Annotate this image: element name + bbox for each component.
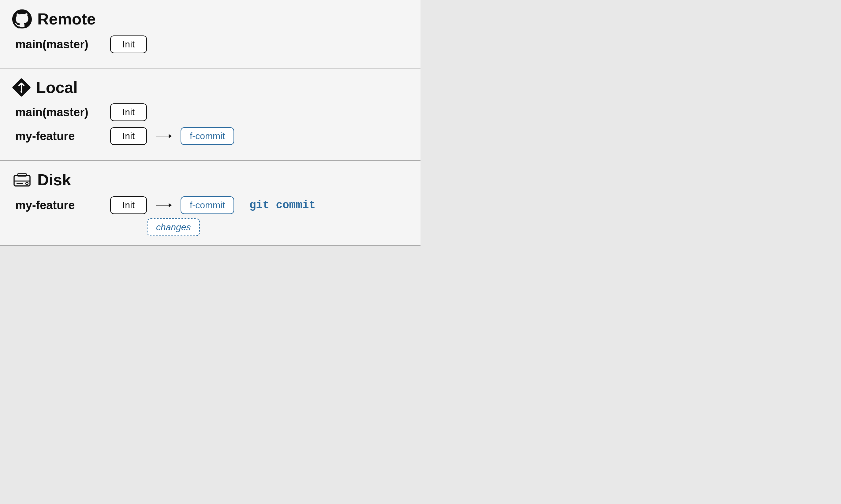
disk-branch-feature-row: my-feature Init f-commit git commit — [15, 196, 408, 214]
disk-git-commit-command: git commit — [249, 199, 316, 212]
remote-branch-main-label: main(master) — [15, 38, 101, 51]
disk-title: Disk — [37, 170, 71, 189]
local-header: Local — [12, 78, 408, 97]
local-feature-commit-init: Init — [110, 127, 147, 145]
git-local-icon — [12, 78, 31, 97]
disk-branch-feature-label: my-feature — [15, 199, 101, 212]
svg-point-5 — [26, 182, 28, 185]
remote-title: Remote — [37, 10, 96, 28]
local-branch-main: main(master) Init — [15, 103, 408, 121]
arrow-2 — [156, 205, 171, 206]
local-branch-feature: my-feature Init f-commit — [15, 127, 408, 145]
remote-section: Remote main(master) Init — [0, 0, 421, 69]
local-section: Local main(master) Init my-feature Init … — [0, 69, 421, 161]
local-branch-feature-label: my-feature — [15, 130, 101, 143]
remote-commit-init: Init — [110, 35, 147, 53]
disk-branch-feature-section: my-feature Init f-commit git commit chan… — [12, 196, 408, 236]
remote-branch-main: main(master) Init — [15, 35, 408, 53]
disk-section: Disk my-feature Init f-commit git commit… — [0, 161, 421, 246]
disk-icon — [12, 170, 32, 190]
disk-branch-pending-row: changes — [15, 218, 408, 236]
disk-feature-commit-init: Init — [110, 196, 147, 214]
local-main-commit-init: Init — [110, 103, 147, 121]
github-icon — [12, 9, 32, 29]
disk-feature-commit-fcommit: f-commit — [180, 196, 234, 214]
local-title: Local — [36, 78, 78, 97]
local-feature-commit-fcommit: f-commit — [180, 127, 234, 145]
svg-rect-6 — [18, 174, 26, 176]
remote-header: Remote — [12, 9, 408, 29]
disk-header: Disk — [12, 170, 408, 190]
svg-point-2 — [20, 91, 22, 93]
local-branch-main-label: main(master) — [15, 106, 101, 119]
disk-feature-commit-changes: changes — [147, 218, 200, 236]
arrow-1 — [156, 136, 171, 137]
